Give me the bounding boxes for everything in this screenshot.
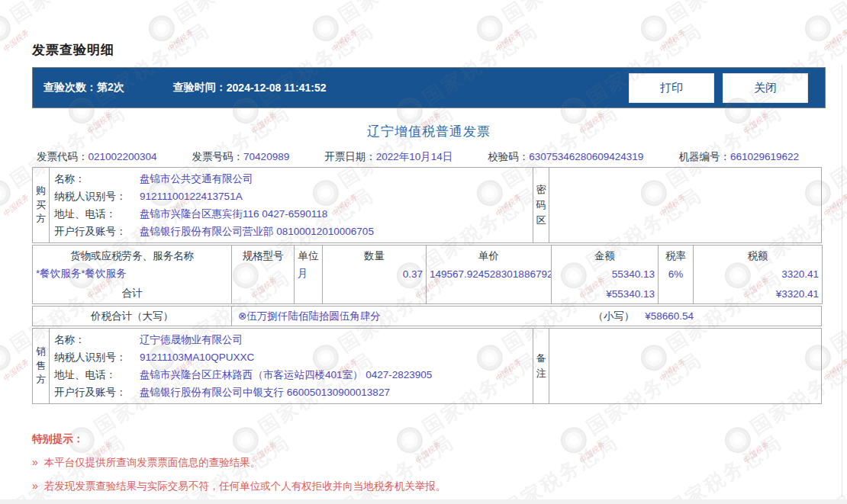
buyer-bank-row: 开户行及账号：盘锦银行股份有限公司营业部 08100012010006705 [54, 223, 533, 240]
col-amount-header: 金额 [552, 246, 659, 264]
seller-section: 销售方 名称：辽宁德晟物业有限公司 纳税人识别号：91211103MA10QPU… [32, 328, 822, 404]
invoice-code-value: 021002200304 [89, 151, 157, 162]
item-spec [232, 264, 295, 284]
total-amount: ¥55340.13 [552, 284, 659, 304]
double-arrow-icon: » [32, 480, 38, 492]
watermark-text: 国家税务总局 [826, 429, 847, 504]
buyer-fields: 名称：盘锦市公共交通有限公司 纳税人识别号：91211100122413751A… [50, 168, 533, 242]
page-right-border [842, 65, 842, 496]
check-count: 查验次数： 第2次 [43, 81, 124, 95]
invoice-meta: 发票代码：021002200304 发票号码：70420989 开票日期：202… [32, 150, 822, 164]
meta-invoice-code: 发票代码：021002200304 [37, 150, 157, 164]
buyer-taxid-value: 91211100122413751A [140, 191, 243, 202]
total-qty-empty [323, 284, 427, 304]
buyer-address-row: 地址、电话：盘锦市兴隆台区惠宾街116 0427-6590118 [54, 205, 533, 223]
buyer-address-label: 地址、电话： [54, 207, 140, 221]
seller-bank-label: 开户行及账号： [54, 386, 140, 400]
invoice-number-label: 发票号码： [192, 151, 244, 162]
item-price: 149567.924528301886792 [427, 264, 552, 284]
password-area [549, 168, 821, 242]
total-tax: ¥3320.41 [694, 284, 823, 304]
check-time: 查验时间： 2024-12-08 11:41:52 [173, 81, 327, 95]
col-unit-header: 单位 [295, 246, 323, 264]
item-qty: 0.37 [323, 264, 427, 284]
seller-fields: 名称：辽宁德晟物业有限公司 纳税人识别号：91211103MA10QPUXXC … [50, 329, 533, 403]
col-tax-header: 税额 [694, 246, 823, 264]
watermark-text: 国家税务总局 [826, 264, 847, 358]
buyer-taxid-row: 纳税人识别号：91211100122413751A [54, 188, 533, 205]
invoice-code-label: 发票代码： [37, 151, 89, 162]
item-tax: 3320.41 [694, 264, 823, 284]
check-count-label: 查验次数： [43, 81, 97, 95]
tax-emblem-icon [0, 10, 15, 46]
invoice-date-value: 2022年10月14日 [376, 151, 453, 162]
grand-total-label: 价税合计（大写） [33, 307, 232, 326]
meta-machine-number: 机器编号：661029619622 [678, 150, 799, 164]
meta-invoice-date: 开票日期：2022年10月14日 [324, 150, 452, 164]
seller-address-row: 地址、电话：盘锦市兴隆台区庄林路西（市客运站四楼401室） 0427-28239… [54, 366, 533, 384]
check-code-value: 63075346280609424319 [529, 151, 643, 162]
notice-item-2: » 若发现发票查验结果与实际交易不符，任何单位或个人有权拒收并向当地税务机关举报… [32, 480, 826, 493]
amount-numeric-label: （小写） [593, 310, 634, 323]
meta-invoice-number: 发票号码：70420989 [192, 150, 290, 164]
buyer-side-label: 购买方 [33, 168, 50, 242]
special-notice: 特别提示： » 本平台仅提供所查询发票票面信息的查验结果。 » 若发现发票查验结… [32, 432, 826, 493]
check-time-value: 2024-12-08 11:41:52 [227, 82, 327, 94]
buyer-name-label: 名称： [54, 172, 140, 186]
watermark-stamp: 中国税务 [1, 357, 31, 384]
invoice-title: 辽宁增值税普通发票 [32, 123, 826, 140]
col-spec-header: 规格型号 [232, 246, 295, 264]
password-area-label: 密码区 [533, 168, 549, 242]
buyer-address-value: 盘锦市兴隆台区惠宾街116 0427-6590118 [140, 207, 327, 221]
special-notice-title: 特别提示： [32, 432, 826, 446]
item-unit: 月 [295, 264, 323, 284]
total-spec-empty [232, 284, 295, 304]
seller-name-value: 辽宁德晟物业有限公司 [140, 333, 243, 347]
col-price-header: 单价 [427, 246, 552, 264]
buyer-taxid-label: 纳税人识别号： [54, 190, 140, 204]
bottom-scrollbar-track[interactable] [0, 499, 847, 504]
total-label: 合计 [33, 284, 232, 304]
seller-address-value: 盘锦市兴隆台区庄林路西（市客运站四楼401室） 0427-2823905 [140, 368, 432, 382]
items-header-row: 货物或应税劳务、服务名称 规格型号 单位 数量 单价 金额 税率 税额 [33, 246, 823, 264]
buyer-section: 购买方 名称：盘锦市公共交通有限公司 纳税人识别号：91211100122413… [32, 167, 822, 243]
remark-area [549, 329, 821, 403]
seller-side-label: 销售方 [33, 329, 50, 403]
grand-total-values: ⊗伍万捌仟陆佰陆拾圆伍角肆分 （小写） ¥58660.54 [232, 307, 821, 326]
grand-total-row: 价税合计（大写） ⊗伍万捌仟陆佰陆拾圆伍角肆分 （小写） ¥58660.54 [32, 306, 822, 326]
check-time-label: 查验时间： [173, 81, 227, 95]
machine-number-label: 机器编号： [678, 151, 730, 162]
seller-name-label: 名称： [54, 333, 140, 347]
main-content: 发票查验明细 查验次数： 第2次 查验时间： 2024-12-08 11:41:… [32, 0, 826, 493]
item-amount: 55340.13 [552, 264, 659, 284]
amount-in-words: ⊗伍万捌仟陆佰陆拾圆伍角肆分 [238, 310, 381, 323]
watermark-stamp: 中国税务 [1, 192, 31, 220]
total-unit-empty [295, 284, 323, 304]
invoice-number-value: 70420989 [243, 151, 289, 162]
seller-taxid-row: 纳税人识别号：91211103MA10QPUXXC [54, 348, 533, 366]
watermark-text: 国家税务总局 [826, 99, 847, 194]
seller-address-label: 地址、电话： [54, 368, 140, 382]
remark-label: 备注 [533, 329, 549, 403]
buyer-name-value: 盘锦市公共交通有限公司 [140, 172, 253, 186]
col-taxrate-header: 税率 [659, 246, 694, 264]
item-row: *餐饮服务*餐饮服务 月 0.37 149567.924528301886792… [33, 264, 823, 284]
page-title: 发票查验明细 [32, 41, 826, 59]
buyer-bank-label: 开户行及账号： [54, 225, 140, 239]
tax-emblem-icon [0, 175, 15, 210]
total-rate-empty [659, 284, 694, 304]
meta-check-code: 校验码：63075346280609424319 [488, 150, 643, 164]
buyer-name-row: 名称：盘锦市公共交通有限公司 [54, 170, 533, 188]
seller-bank-value: 盘锦银行股份有限公司中银支行 660050130900013827 [140, 386, 390, 400]
toolbar-buttons: 打印 关闭 [620, 73, 808, 103]
total-row: 合计 ¥55340.13 ¥3320.41 [33, 284, 823, 304]
notice-item-1-text: 本平台仅提供所查询发票票面信息的查验结果。 [44, 456, 261, 470]
machine-number-value: 661029619622 [730, 151, 799, 162]
buyer-bank-value: 盘锦银行股份有限公司营业部 08100012010006705 [140, 225, 374, 239]
seller-bank-row: 开户行及账号：盘锦银行股份有限公司中银支行 660050130900013827 [54, 384, 533, 401]
notice-item-1: » 本平台仅提供所查询发票票面信息的查验结果。 [32, 456, 826, 470]
close-button[interactable]: 关闭 [723, 73, 808, 103]
check-code-label: 校验码： [488, 151, 529, 162]
print-button[interactable]: 打印 [629, 73, 714, 103]
invoice-date-label: 开票日期： [324, 151, 376, 162]
